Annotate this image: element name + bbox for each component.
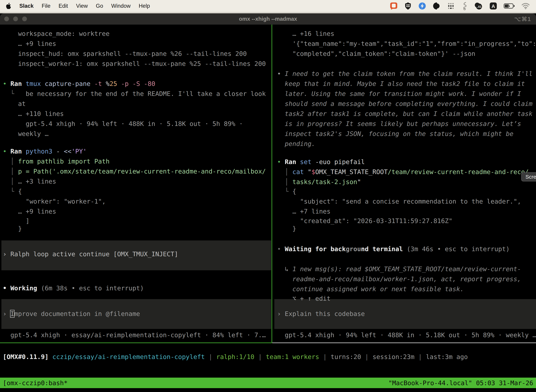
menu-bar: Slack File Edit View Go Window Help [0,0,536,12]
screen: Slack File Edit View Go Window Help [0,0,536,392]
apple-icon [6,3,11,9]
apple-menu[interactable] [6,2,11,10]
menu-item-file[interactable]: File [42,3,50,9]
tmux-host-clock: "MacBook-Pro-44.local" 05:03 31-Mar-26 [388,379,533,387]
dots-grid-icon[interactable] [447,2,455,10]
chat-app-icon[interactable] [390,2,398,10]
menu-status-icons: ..61 A [390,2,530,10]
window-titlebar[interactable]: omx --xhigh --madmax ⌥⌘1 [0,13,536,25]
tmux-session-label[interactable]: [omx-cczip0:bash* [3,379,67,387]
bolt-badge-icon[interactable] [418,2,426,10]
text-a-icon[interactable]: A [489,2,497,10]
battery-icon[interactable] [504,2,515,10]
svg-text:..61: ..61 [477,5,482,8]
left-input-band[interactable] [1,299,271,329]
wifi-icon[interactable] [521,2,530,10]
squiggle-icon[interactable] [461,2,467,10]
tmux-status-bar: [omx-cczip0:bash* "MacBook-Pro-44.local"… [0,378,536,388]
menu-item-view[interactable]: View [76,3,88,9]
desktop-gap [0,12,536,13]
menu-item-window[interactable]: Window [111,3,130,9]
menu-item-help[interactable]: Help [139,3,150,9]
right-pane-border [272,342,536,343]
shield-app-icon[interactable] [404,2,412,10]
count-badge-icon[interactable]: ..61 [474,2,483,10]
menu-item-edit[interactable]: Edit [58,3,68,9]
terminal-content [0,25,536,392]
svg-text:A: A [492,4,495,9]
right-input-band[interactable] [274,299,536,329]
screenshot-tooltip: Scre [521,172,536,182]
window-shortcut-badge: ⌥⌘1 [514,13,531,25]
menu-item-go[interactable]: Go [96,3,103,9]
dark-circle-icon[interactable] [433,2,441,10]
window-title: omx --xhigh --madmax [0,13,536,25]
app-menu-slack[interactable]: Slack [19,3,34,9]
left-pane-border [0,342,272,343]
ralph-loop-band [1,240,271,270]
pane-divider[interactable] [272,25,272,343]
